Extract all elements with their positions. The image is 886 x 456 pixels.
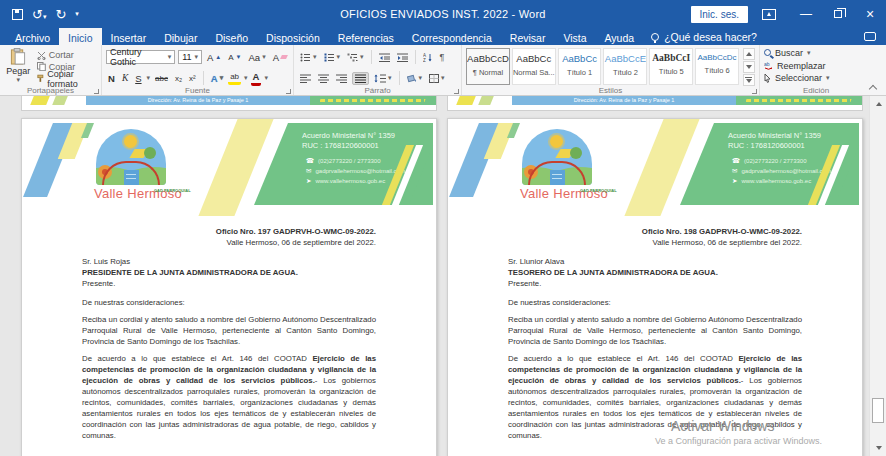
tab-correspondencia[interactable]: Correspondencia xyxy=(403,28,501,45)
paragraph-dialog-launcher-icon[interactable] xyxy=(454,89,459,94)
scissors-icon xyxy=(37,51,46,60)
restore-button[interactable] xyxy=(822,0,854,28)
customize-qat-icon[interactable]: ▾ xyxy=(75,10,79,18)
styles-scroll-up-icon[interactable] xyxy=(743,48,755,60)
line-spacing-button[interactable]: ▾ xyxy=(372,73,394,84)
paste-dropdown-icon: ▾ xyxy=(17,76,21,84)
phone-icon: ☎ xyxy=(306,156,314,166)
footer-address: Dirección: Av. Reina de la Paz y Pasaje … xyxy=(512,96,736,105)
close-button[interactable]: × xyxy=(854,0,886,28)
scroll-down-icon[interactable] xyxy=(870,440,886,456)
footer-slogan-band xyxy=(310,96,437,105)
underline-button[interactable]: S xyxy=(133,72,143,85)
format-painter-button[interactable]: Copiar formato xyxy=(37,73,97,84)
collapse-ribbon-icon[interactable] xyxy=(870,84,877,91)
tab-insertar[interactable]: Insertar xyxy=(102,28,156,45)
shrink-font-button[interactable]: A▼ xyxy=(226,52,243,63)
undo-icon[interactable]: ↺▾ xyxy=(32,8,46,21)
tab-dibujar[interactable]: Dibujar xyxy=(155,28,206,45)
bullets-button[interactable]: ▾ xyxy=(298,52,319,63)
tab-referencias[interactable]: Referencias xyxy=(329,28,403,45)
align-right-button[interactable] xyxy=(334,73,349,84)
document-canvas: Dirección: Av. Reina de la Paz y Pasaje … xyxy=(0,96,886,456)
paste-button[interactable]: Pegar ▾ xyxy=(4,48,33,84)
vertical-scrollbar[interactable] xyxy=(869,96,886,456)
email-icon: ✉ xyxy=(306,166,311,176)
document-page-1[interactable]: Acuerdo Ministerial N° 1359 RUC : 176812… xyxy=(21,118,437,456)
website: www.vallehermoso.gob.ec xyxy=(315,176,385,186)
group-styles: AaBbCcD ¶ Normal AaBbCc Normal Sa... AaB… xyxy=(462,45,760,95)
font-size-combobox[interactable]: 11▾ xyxy=(178,50,202,64)
clear-formatting-button[interactable]: A xyxy=(271,51,289,64)
strikethrough-button[interactable]: abc xyxy=(153,73,170,84)
redo-icon[interactable]: ↻ xyxy=(55,8,66,21)
letter-paragraph-1: Reciba un cordial y atento saludo a nomb… xyxy=(508,314,802,347)
format-painter-icon xyxy=(37,74,45,83)
style-titulo-6[interactable]: AaBbCcDc Título 6 xyxy=(695,48,739,85)
highlight-button[interactable]: ab xyxy=(228,71,241,85)
superscript-button[interactable]: x² xyxy=(187,73,198,84)
style-titulo-1[interactable]: AaBbCc Título 1 xyxy=(558,48,602,85)
sign-in-button[interactable]: Inic. ses. xyxy=(691,6,748,23)
search-icon xyxy=(764,49,771,56)
ribbon: Pegar ▾ Cortar Copiar Copiar formato Por… xyxy=(0,45,886,96)
styles-scroll-down-icon[interactable] xyxy=(743,61,755,73)
styles-more-icon[interactable] xyxy=(743,74,755,86)
scrollbar-thumb[interactable] xyxy=(872,398,884,423)
italic-button[interactable]: K xyxy=(120,72,130,84)
comments-icon[interactable] xyxy=(864,32,876,41)
style-titulo-2[interactable]: AaBbCcE Título 2 xyxy=(603,48,647,85)
select-button[interactable]: Seleccionar ▾ xyxy=(764,72,868,84)
shading-button[interactable]: ▾ xyxy=(405,73,425,84)
sort-button[interactable]: AZ xyxy=(421,52,435,63)
align-left-button[interactable] xyxy=(298,73,313,84)
letter-body[interactable]: Oficio Nro. 198 GADPRVH-O-WMC-09-2022. V… xyxy=(448,216,862,456)
numbering-button[interactable]: ▾ xyxy=(322,52,343,63)
document-page-2[interactable]: Acuerdo Ministerial N° 1359 RUC : 176812… xyxy=(447,118,863,456)
tab-archivo[interactable]: Archivo xyxy=(6,28,59,45)
letter-body[interactable]: Oficio Nro. 197 GADPRVH-O-WMC-09-2022. V… xyxy=(22,216,436,456)
style-titulo-5[interactable]: AaBbCcI Título 5 xyxy=(649,48,693,85)
clipboard-dialog-launcher-icon[interactable] xyxy=(94,89,99,94)
letter-paragraph-2: De acuerdo a lo que establece el Art. 14… xyxy=(508,353,802,441)
cut-button[interactable]: Cortar xyxy=(37,50,97,61)
tab-diseno[interactable]: Diseño xyxy=(206,28,257,45)
scroll-up-icon[interactable] xyxy=(870,96,886,112)
oficio-date: Valle Hermoso, 06 de septiembre del 2022… xyxy=(82,237,376,248)
style-normal-sa[interactable]: AaBbCc Normal Sa... xyxy=(512,48,556,85)
change-case-button[interactable]: Aa▾ xyxy=(247,51,268,64)
justify-button[interactable] xyxy=(352,72,369,85)
ribbon-display-options-icon[interactable] xyxy=(762,9,776,20)
borders-button[interactable]: ▾ xyxy=(427,73,447,84)
group-editing: Buscar ▾ ab Reemplazar Seleccionar ▾ Edi… xyxy=(760,45,872,95)
text-effects-button[interactable]: A▾ xyxy=(209,72,225,85)
font-dialog-launcher-icon[interactable] xyxy=(286,89,291,94)
minimize-button[interactable]: — xyxy=(790,0,822,28)
replace-button[interactable]: ab Reemplazar xyxy=(764,60,868,72)
font-family-combobox[interactable]: Century Gothic▾ xyxy=(106,50,175,64)
align-center-button[interactable] xyxy=(316,73,331,84)
bold-button[interactable]: N xyxy=(106,72,117,85)
tell-me-box[interactable]: ¿Qué desea hacer? xyxy=(651,28,757,45)
find-button[interactable]: Buscar ▾ xyxy=(764,47,868,59)
letterhead: Acuerdo Ministerial N° 1359 RUC : 176812… xyxy=(448,119,862,216)
tab-disposicion[interactable]: Disposición xyxy=(257,28,329,45)
sun-icon xyxy=(124,135,137,148)
recipient-salutation: Presente. xyxy=(508,278,802,289)
decrease-indent-button[interactable] xyxy=(377,52,392,63)
style-normal[interactable]: AaBbCcD ¶ Normal xyxy=(466,48,510,85)
tab-inicio[interactable]: Inicio xyxy=(59,28,102,45)
editing-group-label: Edición xyxy=(760,86,872,95)
save-icon[interactable] xyxy=(12,9,23,20)
multilevel-list-button[interactable]: ▾ xyxy=(345,52,366,63)
styles-dialog-launcher-icon[interactable] xyxy=(752,89,757,94)
tab-ayuda[interactable]: Ayuda xyxy=(596,28,644,45)
show-paragraph-marks-button[interactable]: ¶ xyxy=(438,51,447,63)
tab-vista[interactable]: Vista xyxy=(554,28,595,45)
subscript-button[interactable]: x₂ xyxy=(173,73,184,84)
increase-indent-button[interactable] xyxy=(395,52,410,63)
letterhead: Acuerdo Ministerial N° 1359 RUC : 176812… xyxy=(22,119,436,216)
tab-revisar[interactable]: Revisar xyxy=(501,28,555,45)
font-color-button[interactable]: A xyxy=(251,70,262,86)
grow-font-button[interactable]: A▲ xyxy=(205,51,223,64)
